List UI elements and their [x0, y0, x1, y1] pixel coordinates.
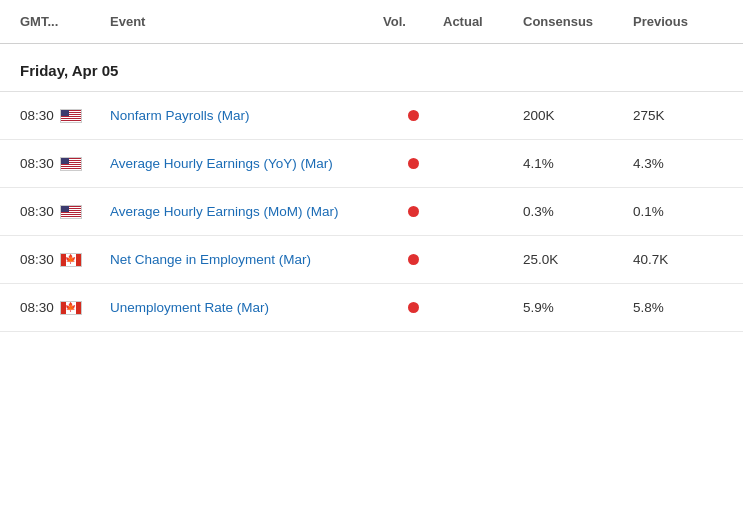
consensus-cell: 5.9%: [523, 300, 633, 315]
event-link[interactable]: Net Change in Employment (Mar): [110, 252, 383, 267]
event-link[interactable]: Average Hourly Earnings (MoM) (Mar): [110, 204, 383, 219]
vol-cell: [383, 158, 443, 169]
event-header: Event: [110, 14, 383, 29]
table-header-row: GMT... Event Vol. Actual Consensus Previ…: [0, 0, 743, 44]
vol-dot-icon: [408, 254, 419, 265]
vol-dot-icon: [408, 302, 419, 313]
table-row: 08:30 🍁 Unemployment Rate (Mar) 5.9% 5.8…: [0, 284, 743, 332]
consensus-cell: 4.1%: [523, 156, 633, 171]
table-row: 08:30 Nonfarm Payrolls (Mar) 200K 275K: [0, 92, 743, 140]
table-body: 08:30 Nonfarm Payrolls (Mar) 200K 275K 0…: [0, 92, 743, 332]
vol-header: Vol.: [383, 14, 443, 29]
table-row: 08:30 Average Hourly Earnings (YoY) (Mar…: [0, 140, 743, 188]
time-value: 08:30: [20, 204, 54, 219]
section-date-header: Friday, Apr 05: [0, 44, 743, 92]
vol-dot-icon: [408, 206, 419, 217]
event-link[interactable]: Average Hourly Earnings (YoY) (Mar): [110, 156, 383, 171]
time-value: 08:30: [20, 300, 54, 315]
vol-dot-icon: [408, 110, 419, 121]
ca-flag-icon: 🍁: [60, 253, 82, 267]
gmt-header: GMT...: [20, 14, 110, 29]
time-value: 08:30: [20, 252, 54, 267]
consensus-cell: 200K: [523, 108, 633, 123]
consensus-cell: 25.0K: [523, 252, 633, 267]
vol-dot-icon: [408, 158, 419, 169]
vol-cell: [383, 206, 443, 217]
time-cell: 08:30 🍁: [20, 300, 110, 315]
table-row: 08:30 Average Hourly Earnings (MoM) (Mar…: [0, 188, 743, 236]
time-value: 08:30: [20, 156, 54, 171]
economic-calendar-table: GMT... Event Vol. Actual Consensus Previ…: [0, 0, 743, 332]
time-cell: 08:30: [20, 204, 110, 219]
table-row: 08:30 🍁 Net Change in Employment (Mar) 2…: [0, 236, 743, 284]
consensus-header: Consensus: [523, 14, 633, 29]
event-link[interactable]: Unemployment Rate (Mar): [110, 300, 383, 315]
consensus-cell: 0.3%: [523, 204, 633, 219]
actual-header: Actual: [443, 14, 523, 29]
time-cell: 08:30: [20, 108, 110, 123]
ca-flag-icon: 🍁: [60, 301, 82, 315]
us-flag-icon: [60, 205, 82, 219]
previous-cell: 0.1%: [633, 204, 723, 219]
previous-cell: 40.7K: [633, 252, 723, 267]
us-flag-icon: [60, 157, 82, 171]
vol-cell: [383, 254, 443, 265]
previous-header: Previous: [633, 14, 723, 29]
previous-cell: 275K: [633, 108, 723, 123]
vol-cell: [383, 110, 443, 121]
time-cell: 08:30 🍁: [20, 252, 110, 267]
previous-cell: 4.3%: [633, 156, 723, 171]
time-cell: 08:30: [20, 156, 110, 171]
time-value: 08:30: [20, 108, 54, 123]
us-flag-icon: [60, 109, 82, 123]
vol-cell: [383, 302, 443, 313]
previous-cell: 5.8%: [633, 300, 723, 315]
event-link[interactable]: Nonfarm Payrolls (Mar): [110, 108, 383, 123]
